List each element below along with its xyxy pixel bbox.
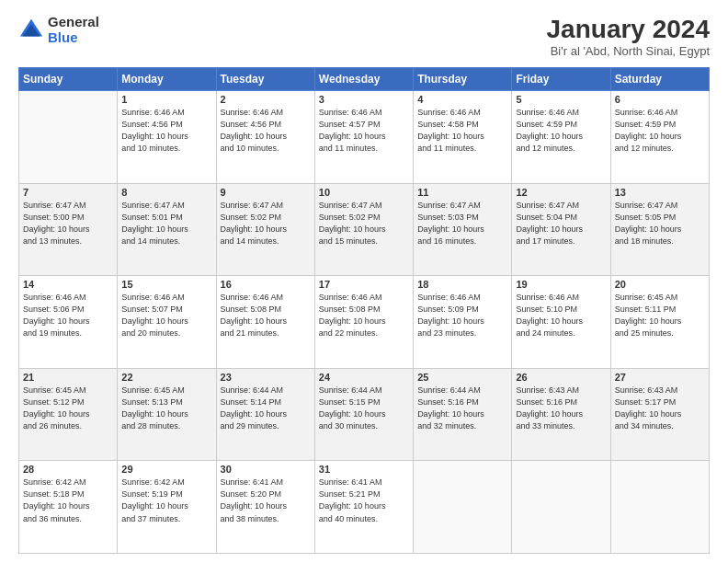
calendar-cell: 2Sunrise: 6:46 AM Sunset: 4:56 PM Daylig… <box>216 91 314 184</box>
logo-blue-text: Blue <box>48 30 99 46</box>
day-number: 5 <box>516 94 606 105</box>
calendar-cell: 1Sunrise: 6:46 AM Sunset: 4:56 PM Daylig… <box>118 91 216 184</box>
calendar-cell: 5Sunrise: 6:46 AM Sunset: 4:59 PM Daylig… <box>512 91 610 184</box>
calendar-cell: 26Sunrise: 6:43 AM Sunset: 5:16 PM Dayli… <box>512 368 610 461</box>
day-info: Sunrise: 6:46 AM Sunset: 5:09 PM Dayligh… <box>417 292 507 339</box>
day-number: 10 <box>319 187 409 198</box>
page: General Blue January 2024 Bi'r al 'Abd, … <box>0 0 728 563</box>
day-number: 7 <box>23 187 113 198</box>
day-info: Sunrise: 6:43 AM Sunset: 5:17 PM Dayligh… <box>615 385 705 432</box>
day-number: 17 <box>319 279 409 290</box>
calendar-cell: 12Sunrise: 6:47 AM Sunset: 5:04 PM Dayli… <box>512 183 610 276</box>
day-number: 15 <box>121 279 211 290</box>
day-number: 18 <box>417 279 507 290</box>
day-info: Sunrise: 6:46 AM Sunset: 4:59 PM Dayligh… <box>516 107 606 155</box>
day-number: 24 <box>319 372 409 383</box>
day-number: 23 <box>221 372 311 383</box>
col-header-wednesday: Wednesday <box>314 68 413 91</box>
day-number: 16 <box>221 279 311 290</box>
calendar-cell: 4Sunrise: 6:46 AM Sunset: 4:58 PM Daylig… <box>414 91 512 184</box>
day-info: Sunrise: 6:46 AM Sunset: 5:07 PM Dayligh… <box>121 292 211 339</box>
calendar-week-1: 1Sunrise: 6:46 AM Sunset: 4:56 PM Daylig… <box>19 91 710 184</box>
day-info: Sunrise: 6:47 AM Sunset: 5:05 PM Dayligh… <box>615 200 705 247</box>
day-info: Sunrise: 6:46 AM Sunset: 4:59 PM Dayligh… <box>615 107 705 155</box>
day-info: Sunrise: 6:45 AM Sunset: 5:12 PM Dayligh… <box>23 385 113 432</box>
day-info: Sunrise: 6:46 AM Sunset: 4:56 PM Dayligh… <box>121 107 211 155</box>
calendar-cell: 8Sunrise: 6:47 AM Sunset: 5:01 PM Daylig… <box>118 183 216 276</box>
day-number: 20 <box>615 279 705 290</box>
col-header-sunday: Sunday <box>19 68 118 91</box>
day-number: 1 <box>121 94 211 105</box>
day-number: 29 <box>121 464 211 475</box>
calendar-cell: 18Sunrise: 6:46 AM Sunset: 5:09 PM Dayli… <box>414 276 512 369</box>
day-info: Sunrise: 6:46 AM Sunset: 5:08 PM Dayligh… <box>319 292 409 339</box>
logo-icon <box>18 17 44 43</box>
day-number: 25 <box>417 372 507 383</box>
day-number: 31 <box>319 464 409 475</box>
calendar-cell: 23Sunrise: 6:44 AM Sunset: 5:14 PM Dayli… <box>216 368 314 461</box>
day-info: Sunrise: 6:42 AM Sunset: 5:18 PM Dayligh… <box>23 477 113 524</box>
day-info: Sunrise: 6:44 AM Sunset: 5:14 PM Dayligh… <box>221 385 311 432</box>
day-number: 22 <box>121 372 211 383</box>
day-info: Sunrise: 6:46 AM Sunset: 4:56 PM Dayligh… <box>221 107 311 155</box>
logo-general-text: General <box>48 15 99 30</box>
day-number: 30 <box>221 464 311 475</box>
calendar-cell: 20Sunrise: 6:45 AM Sunset: 5:11 PM Dayli… <box>610 276 709 369</box>
calendar-cell: 19Sunrise: 6:46 AM Sunset: 5:10 PM Dayli… <box>512 276 610 369</box>
calendar-cell: 29Sunrise: 6:42 AM Sunset: 5:19 PM Dayli… <box>118 461 216 554</box>
day-info: Sunrise: 6:42 AM Sunset: 5:19 PM Dayligh… <box>121 477 211 524</box>
logo-text: General Blue <box>48 15 99 45</box>
calendar-week-3: 14Sunrise: 6:46 AM Sunset: 5:06 PM Dayli… <box>19 276 710 369</box>
calendar-week-2: 7Sunrise: 6:47 AM Sunset: 5:00 PM Daylig… <box>19 183 710 276</box>
main-title: January 2024 <box>547 15 710 44</box>
calendar-cell: 9Sunrise: 6:47 AM Sunset: 5:02 PM Daylig… <box>216 183 314 276</box>
calendar-cell <box>414 461 512 554</box>
day-number: 14 <box>23 279 113 290</box>
day-info: Sunrise: 6:41 AM Sunset: 5:20 PM Dayligh… <box>221 477 311 524</box>
col-header-monday: Monday <box>118 68 216 91</box>
day-info: Sunrise: 6:46 AM Sunset: 5:08 PM Dayligh… <box>221 292 311 339</box>
day-info: Sunrise: 6:43 AM Sunset: 5:16 PM Dayligh… <box>516 385 606 432</box>
calendar-header-row: SundayMondayTuesdayWednesdayThursdayFrid… <box>19 68 710 91</box>
day-number: 6 <box>615 94 705 105</box>
calendar-cell: 25Sunrise: 6:44 AM Sunset: 5:16 PM Dayli… <box>414 368 512 461</box>
col-header-saturday: Saturday <box>610 68 709 91</box>
calendar-cell: 31Sunrise: 6:41 AM Sunset: 5:21 PM Dayli… <box>314 461 413 554</box>
day-number: 27 <box>615 372 705 383</box>
day-number: 3 <box>319 94 409 105</box>
col-header-friday: Friday <box>512 68 610 91</box>
day-info: Sunrise: 6:44 AM Sunset: 5:15 PM Dayligh… <box>319 385 409 432</box>
day-info: Sunrise: 6:47 AM Sunset: 5:03 PM Dayligh… <box>417 200 507 247</box>
logo: General Blue <box>18 15 99 45</box>
day-number: 11 <box>417 187 507 198</box>
day-number: 4 <box>417 94 507 105</box>
day-number: 21 <box>23 372 113 383</box>
day-number: 8 <box>121 187 211 198</box>
day-info: Sunrise: 6:47 AM Sunset: 5:01 PM Dayligh… <box>121 200 211 247</box>
calendar-cell <box>19 91 118 184</box>
day-number: 2 <box>221 94 311 105</box>
day-info: Sunrise: 6:47 AM Sunset: 5:04 PM Dayligh… <box>516 200 606 247</box>
day-info: Sunrise: 6:46 AM Sunset: 4:58 PM Dayligh… <box>417 107 507 155</box>
calendar-cell: 16Sunrise: 6:46 AM Sunset: 5:08 PM Dayli… <box>216 276 314 369</box>
day-number: 28 <box>23 464 113 475</box>
header: General Blue January 2024 Bi'r al 'Abd, … <box>18 15 710 58</box>
col-header-tuesday: Tuesday <box>216 68 314 91</box>
calendar-cell: 30Sunrise: 6:41 AM Sunset: 5:20 PM Dayli… <box>216 461 314 554</box>
subtitle: Bi'r al 'Abd, North Sinai, Egypt <box>547 44 710 58</box>
calendar-week-5: 28Sunrise: 6:42 AM Sunset: 5:18 PM Dayli… <box>19 461 710 554</box>
day-info: Sunrise: 6:44 AM Sunset: 5:16 PM Dayligh… <box>417 385 507 432</box>
calendar-cell: 14Sunrise: 6:46 AM Sunset: 5:06 PM Dayli… <box>19 276 118 369</box>
calendar-cell: 15Sunrise: 6:46 AM Sunset: 5:07 PM Dayli… <box>118 276 216 369</box>
calendar-cell: 22Sunrise: 6:45 AM Sunset: 5:13 PM Dayli… <box>118 368 216 461</box>
calendar-cell: 7Sunrise: 6:47 AM Sunset: 5:00 PM Daylig… <box>19 183 118 276</box>
calendar-cell: 10Sunrise: 6:47 AM Sunset: 5:02 PM Dayli… <box>314 183 413 276</box>
calendar-week-4: 21Sunrise: 6:45 AM Sunset: 5:12 PM Dayli… <box>19 368 710 461</box>
calendar-cell: 17Sunrise: 6:46 AM Sunset: 5:08 PM Dayli… <box>314 276 413 369</box>
col-header-thursday: Thursday <box>414 68 512 91</box>
calendar-cell <box>512 461 610 554</box>
day-number: 12 <box>516 187 606 198</box>
day-number: 13 <box>615 187 705 198</box>
day-info: Sunrise: 6:47 AM Sunset: 5:02 PM Dayligh… <box>221 200 311 247</box>
day-info: Sunrise: 6:47 AM Sunset: 5:02 PM Dayligh… <box>319 200 409 247</box>
